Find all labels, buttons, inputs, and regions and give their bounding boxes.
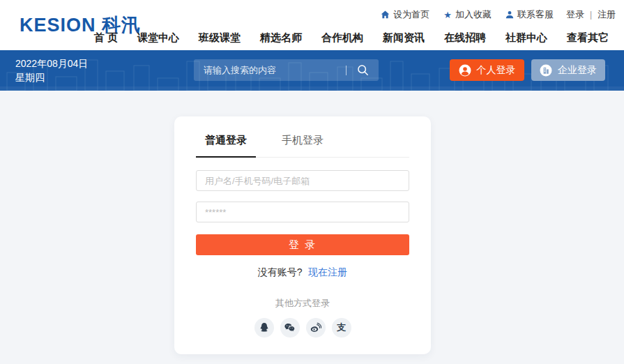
nav-item-class-courses[interactable]: 班级课堂 <box>199 31 241 45</box>
auth-links: 登录 | 注册 <box>566 8 616 21</box>
add-favorite-label: 加入收藏 <box>455 8 492 21</box>
company-login-button[interactable]: 企业登录 <box>531 59 605 81</box>
weekday-line: 星期四 <box>15 70 88 84</box>
alipay-glyph: 支 <box>337 321 346 334</box>
nav-item-classroom-center[interactable]: 课堂中心 <box>137 31 179 45</box>
nav-item-featured-teachers[interactable]: 精选名师 <box>260 31 302 45</box>
page: KESION 科汛 设为首页 ★ 加入收藏 联系客服 登录 | <box>0 0 624 364</box>
star-icon: ★ <box>443 10 452 20</box>
set-homepage-link[interactable]: 设为首页 <box>381 8 429 21</box>
username-field[interactable] <box>196 170 409 191</box>
password-field[interactable] <box>196 202 409 222</box>
nav-item-news[interactable]: 新闻资讯 <box>383 31 425 45</box>
set-homepage-label: 设为首页 <box>393 8 429 21</box>
banner: 2022年08月04日 星期四 个人登录 <box>0 50 624 91</box>
nav-item-jobs[interactable]: 在线招聘 <box>444 31 486 45</box>
personal-user-icon <box>459 64 471 77</box>
tab-normal-login[interactable]: 普通登录 <box>196 134 256 158</box>
date-display: 2022年08月04日 星期四 <box>15 56 88 84</box>
date-line: 2022年08月04日 <box>15 56 88 70</box>
search-icon <box>357 64 369 76</box>
login-submit-button[interactable]: 登 录 <box>196 234 409 255</box>
nav-item-more[interactable]: 查看其它 <box>567 31 609 45</box>
login-link[interactable]: 登录 <box>566 8 584 21</box>
contact-service-link[interactable]: 联系客服 <box>505 8 554 21</box>
search-input[interactable] <box>194 65 346 75</box>
weibo-login-icon[interactable] <box>306 318 326 338</box>
nav-item-home[interactable]: 首 页 <box>94 31 118 45</box>
site-header: KESION 科汛 设为首页 ★ 加入收藏 联系客服 登录 | <box>0 0 624 50</box>
register-now-link[interactable]: 现在注册 <box>308 266 347 278</box>
tab-phone-login[interactable]: 手机登录 <box>273 134 333 157</box>
personal-login-button[interactable]: 个人登录 <box>450 59 524 81</box>
main-nav: 首 页 课堂中心 班级课堂 精选名师 合作机构 新闻资讯 在线招聘 社群中心 查… <box>75 31 609 45</box>
top-utility-links: 设为首页 ★ 加入收藏 联系客服 登录 | 注册 <box>367 8 616 21</box>
auth-separator: | <box>590 10 592 20</box>
login-tabs: 普通登录 手机登录 <box>196 116 409 158</box>
nav-item-community[interactable]: 社群中心 <box>505 31 547 45</box>
search-button[interactable] <box>347 59 379 81</box>
search-box <box>194 59 379 81</box>
qq-login-icon[interactable] <box>254 318 274 338</box>
social-login-row: 支 <box>196 318 409 338</box>
other-login-label: 其他方式登录 <box>196 297 409 310</box>
contact-service-label: 联系客服 <box>517 8 554 21</box>
register-link[interactable]: 注册 <box>598 8 616 21</box>
home-icon <box>381 10 390 19</box>
register-row: 没有账号? 现在注册 <box>196 266 409 279</box>
wechat-login-icon[interactable] <box>280 318 300 338</box>
personal-login-label: 个人登录 <box>477 64 516 77</box>
company-login-label: 企业登录 <box>558 64 597 77</box>
company-building-icon <box>540 64 552 77</box>
user-icon <box>505 10 514 19</box>
alipay-login-icon[interactable]: 支 <box>332 318 351 338</box>
nav-item-partners[interactable]: 合作机构 <box>321 31 363 45</box>
no-account-text: 没有账号? <box>258 266 303 278</box>
add-favorite-link[interactable]: ★ 加入收藏 <box>443 8 492 21</box>
login-card: 普通登录 手机登录 登 录 没有账号? 现在注册 其他方式登录 <box>174 116 431 354</box>
